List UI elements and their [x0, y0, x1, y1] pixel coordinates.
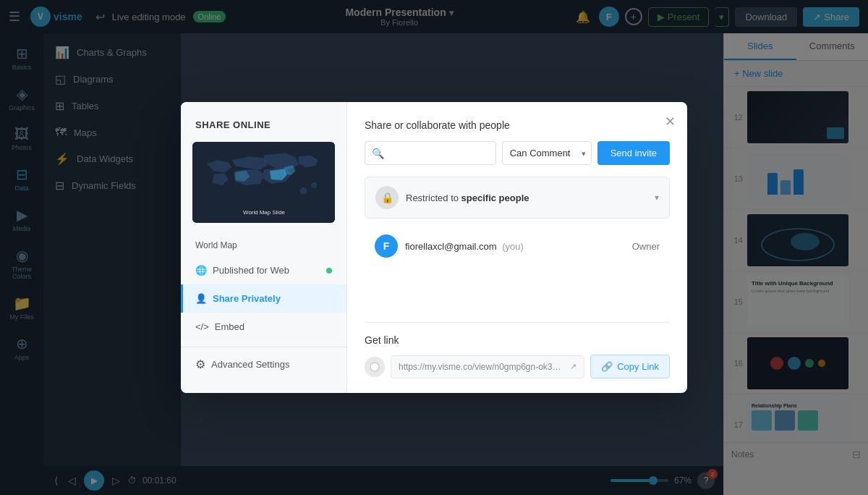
- share-section-title: Share or collaborate with people: [365, 119, 670, 131]
- modal-right-panel: Share or collaborate with people 🔍 Can C…: [347, 102, 687, 393]
- permission-select-wrapper: Can Comment Can Edit Can View: [502, 141, 592, 165]
- published-icon: 🌐: [195, 265, 207, 276]
- modal-nav-published[interactable]: 🌐 Published for Web: [181, 256, 346, 284]
- modal-close-button[interactable]: ✕: [665, 114, 676, 130]
- get-link-section: Get link https://my.visme.co/view/n0gmp6…: [365, 322, 670, 378]
- gear-icon: ⚙: [195, 358, 205, 371]
- advanced-settings-button[interactable]: ⚙ Advanced Settings: [181, 347, 346, 381]
- svg-text:World Map Slide: World Map Slide: [243, 209, 285, 216]
- external-link-icon[interactable]: ↗: [570, 362, 576, 371]
- modal-nav-share-privately[interactable]: 👤 Share Privately: [181, 284, 346, 313]
- lock-icon: 🔒: [375, 186, 399, 209]
- invite-search-input[interactable]: [365, 141, 496, 165]
- svg-point-6: [370, 363, 379, 371]
- modal-slide-title: World Map: [181, 234, 346, 256]
- svg-point-3: [311, 182, 317, 188]
- user-email-fiorella: fiorellaxcl@gmail.com (you): [405, 241, 625, 252]
- modal-nav-embed[interactable]: </> Embed: [181, 313, 346, 341]
- restriction-chevron-icon[interactable]: ▾: [655, 192, 659, 203]
- search-icon: 🔍: [372, 148, 384, 159]
- published-dot: [326, 268, 332, 274]
- send-invite-button[interactable]: Send invite: [597, 141, 670, 165]
- link-row: https://my.visme.co/view/n0gmp6gn-ok32rz…: [365, 355, 670, 378]
- restriction-text: Restricted to specific people: [406, 192, 647, 203]
- permission-select[interactable]: Can Comment Can Edit Can View: [502, 141, 592, 165]
- modal-preview: World Map Slide: [192, 142, 335, 223]
- share-modal: ✕ SHARE ONLINE: [181, 102, 687, 393]
- user-role-fiorella: Owner: [632, 241, 660, 252]
- invite-search-row: 🔍 Can Comment Can Edit Can View Send inv…: [365, 141, 670, 165]
- modal-preview-image: World Map Slide: [192, 142, 335, 223]
- svg-point-4: [300, 187, 307, 195]
- copy-link-button[interactable]: 🔗 Copy Link: [590, 355, 670, 378]
- restriction-row[interactable]: 🔒 Restricted to specific people ▾: [365, 177, 670, 219]
- modal-left-panel: SHARE ONLINE: [181, 102, 347, 393]
- get-link-title: Get link: [365, 334, 670, 346]
- search-input-wrapper: 🔍: [365, 141, 496, 165]
- embed-icon: </>: [195, 321, 209, 332]
- link-url-text: https://my.visme.co/view/n0gmp6gn-ok32rz…: [399, 362, 566, 372]
- link-url-display: https://my.visme.co/view/n0gmp6gn-ok32rz…: [391, 355, 584, 378]
- modal-title: SHARE ONLINE: [181, 119, 346, 142]
- modal-overlay[interactable]: ✕ SHARE ONLINE: [0, 0, 868, 495]
- user-row-fiorella: F fiorellaxcl@gmail.com (you) Owner: [365, 227, 670, 265]
- link-chain-icon: [365, 357, 385, 377]
- user-avatar-fiorella: F: [375, 234, 398, 258]
- share-privately-icon: 👤: [195, 293, 207, 304]
- copy-link-icon: 🔗: [601, 361, 613, 372]
